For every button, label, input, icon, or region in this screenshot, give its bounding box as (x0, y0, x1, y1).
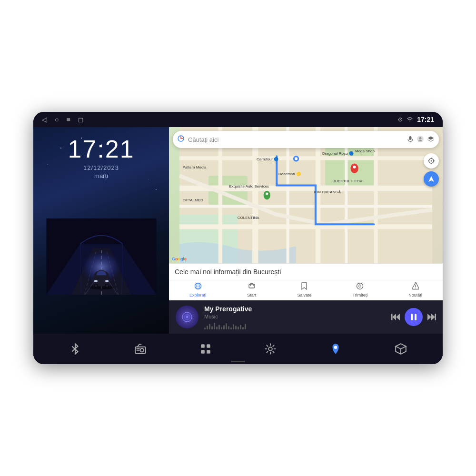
svg-point-6 (94, 280, 97, 282)
svg-rect-34 (409, 136, 412, 140)
layers-icon[interactable] (427, 136, 434, 143)
saved-label: Salvate (297, 293, 311, 298)
svg-rect-24 (179, 205, 432, 208)
music-controls (391, 308, 436, 326)
send-icon (356, 282, 364, 292)
svg-rect-62 (435, 314, 436, 320)
svg-point-30 (353, 166, 356, 169)
maps-nav-send[interactable]: Trimiteți (353, 282, 368, 298)
svg-rect-18 (179, 224, 432, 229)
map-label-oftalmed: OFTALMED (183, 198, 203, 202)
svg-point-72 (334, 346, 337, 349)
map-controls (424, 153, 439, 187)
info-banner-text: Cele mai noi informații din București (175, 268, 281, 276)
svg-point-11 (105, 285, 108, 287)
dock-maps[interactable] (329, 343, 342, 355)
svg-point-48 (359, 285, 361, 288)
maps-section[interactable]: Pattern Media Carrefour 🔵 Dragonul Roșu … (169, 127, 443, 263)
play-pause-button[interactable] (405, 308, 423, 326)
svg-point-54 (186, 316, 188, 318)
svg-rect-46 (249, 284, 255, 288)
svg-rect-58 (411, 314, 413, 320)
status-time: 17:21 (417, 116, 434, 123)
map-label-exquisite: Exquisite Auto Services (229, 184, 269, 188)
map-label-colentina: COLENTINA (238, 216, 259, 220)
nav-screenshot-icon[interactable]: ◻ (78, 116, 84, 123)
saved-icon (301, 282, 307, 292)
svg-point-39 (431, 160, 432, 162)
start-icon (248, 282, 256, 292)
music-title: My Prerogative (204, 305, 386, 313)
explore-label: Explorați (189, 293, 206, 298)
lock-screen-day: marți (94, 172, 108, 179)
google-maps-icon (178, 135, 184, 144)
nav-menu-icon[interactable]: ≡ (66, 116, 70, 123)
svg-rect-59 (415, 314, 416, 320)
android-auto-panel: Pattern Media Carrefour 🔵 Dragonul Roșu … (169, 127, 443, 334)
map-label-pattern: Pattern Media (183, 165, 207, 169)
location-icon: ⊙ (398, 116, 403, 123)
maps-nav-saved[interactable]: Salvate (297, 282, 311, 298)
start-label: Start (247, 293, 256, 298)
svg-point-7 (105, 280, 109, 282)
svg-point-28 (295, 157, 298, 160)
explore-icon (194, 282, 202, 292)
dock-settings[interactable] (264, 343, 277, 355)
search-placeholder-text: Căutați aici (188, 136, 407, 143)
navigate-button[interactable] (424, 171, 439, 187)
dock-bluetooth[interactable] (69, 343, 81, 355)
prev-track-button[interactable] (391, 313, 400, 321)
music-player: My Prerogative Music (169, 300, 443, 334)
music-info: My Prerogative Music (204, 305, 386, 329)
home-indicator (231, 361, 245, 362)
dock-radio[interactable] (134, 343, 147, 355)
microphone-icon[interactable] (407, 136, 413, 144)
maps-nav-explorați[interactable]: Explorați (189, 282, 206, 298)
svg-rect-67 (201, 344, 205, 348)
dock-apps[interactable] (199, 343, 212, 355)
info-banner: Cele mai noi informații din București (169, 263, 443, 280)
location-center-button[interactable] (424, 153, 439, 169)
svg-point-31 (264, 191, 270, 199)
svg-point-71 (269, 347, 273, 351)
maps-nav-news[interactable]: Noutăți (408, 282, 422, 298)
svg-marker-55 (392, 314, 396, 320)
send-label: Trimiteți (353, 293, 368, 298)
lock-screen-panel: 17:21 12/12/2023 marți (33, 127, 169, 334)
news-label: Noutăți (408, 293, 422, 298)
svg-point-64 (140, 348, 144, 352)
svg-marker-61 (431, 314, 435, 320)
svg-point-51 (415, 288, 416, 288)
svg-rect-56 (391, 314, 393, 320)
map-label-dedeman: Dedeman 🟡 (278, 172, 301, 176)
svg-rect-68 (207, 344, 210, 348)
maps-nav-bar: Explorați Start (169, 280, 443, 300)
car-scene-area (38, 184, 164, 329)
nav-back-icon[interactable]: ◁ (42, 116, 47, 123)
svg-point-37 (419, 137, 422, 139)
svg-point-32 (266, 192, 268, 195)
search-bar-actions (407, 136, 434, 144)
map-label-ion-creanga: ION CREANGĂ (314, 190, 341, 194)
svg-marker-57 (396, 314, 400, 320)
map-label-carrefour: Carrefour 🔵 (257, 157, 278, 161)
status-indicators: ⊙ 17:21 (398, 116, 434, 123)
lock-screen-time: 17:21 (68, 137, 134, 161)
map-search-bar[interactable]: Căutați aici (173, 131, 439, 148)
maps-nav-start[interactable]: Start (247, 282, 256, 298)
map-label-dragon: Dragonul Roșu 🔵 (322, 151, 354, 156)
album-art (176, 306, 198, 328)
svg-marker-60 (427, 314, 431, 320)
main-content: 17:21 12/12/2023 marți (33, 127, 443, 334)
status-bar: ◁ ○ ≡ ◻ ⊙ 17:21 (33, 112, 443, 127)
svg-rect-19 (179, 156, 432, 160)
news-icon (412, 282, 419, 292)
bottom-dock (33, 334, 443, 364)
svg-rect-70 (207, 350, 210, 354)
next-track-button[interactable] (427, 313, 436, 321)
music-waveform (204, 321, 386, 329)
svg-point-10 (94, 285, 97, 287)
profile-icon[interactable] (417, 136, 424, 144)
nav-home-icon[interactable]: ○ (55, 116, 59, 123)
dock-cube[interactable] (395, 343, 407, 355)
